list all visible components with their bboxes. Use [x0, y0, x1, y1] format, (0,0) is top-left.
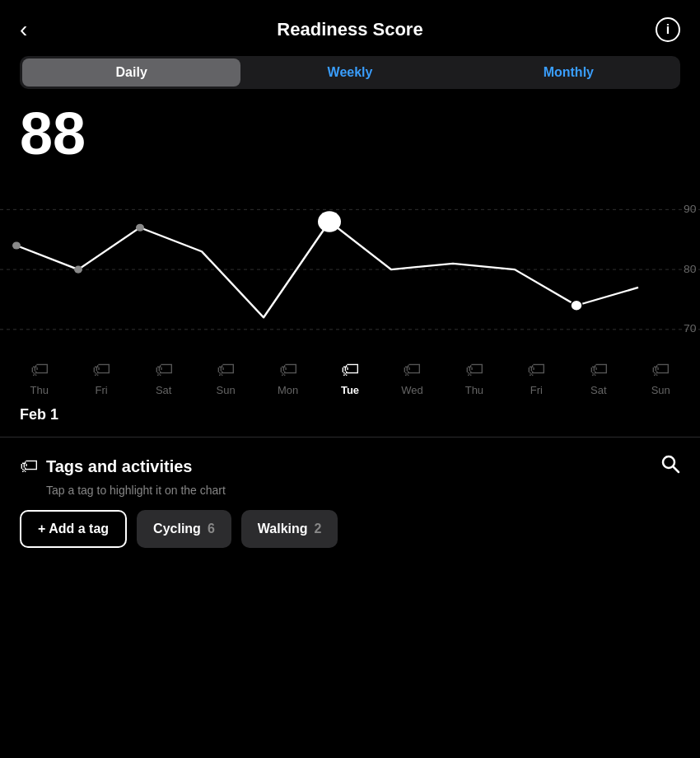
day-item-tue[interactable]: 🏷 Tue: [319, 359, 380, 396]
activity-walking[interactable]: Walking 2: [241, 510, 338, 548]
header: ‹ Readiness Score i: [0, 0, 700, 56]
back-button[interactable]: ‹: [20, 16, 53, 43]
tags-icon: 🏷: [20, 456, 38, 477]
svg-line-7: [674, 467, 679, 472]
chart-point-sat2: [571, 300, 582, 311]
day-label-fri1: Fri: [96, 384, 108, 396]
day-label-tue: Tue: [341, 384, 359, 396]
activity-walking-label: Walking: [258, 522, 308, 536]
day-label-thu1: Thu: [30, 384, 49, 396]
tab-weekly[interactable]: Weekly: [240, 58, 459, 87]
activity-cycling-label: Cycling: [153, 522, 201, 536]
day-label-sat2: Sat: [590, 384, 607, 396]
page-title: Readiness Score: [53, 19, 647, 40]
tag-icon-fri1: 🏷: [92, 359, 110, 381]
day-label-wed: Wed: [401, 384, 423, 396]
info-button-container: i: [647, 17, 680, 42]
tags-title-row: 🏷 Tags and activities: [20, 456, 192, 477]
activity-walking-count: 2: [315, 522, 322, 536]
day-labels: 🏷 Thu 🏷 Fri 🏷 Sat 🏷 Sun 🏷 Mon 🏷 Tue 🏷 We…: [0, 353, 700, 396]
svg-point-6: [663, 456, 674, 468]
day-label-sat1: Sat: [156, 384, 172, 396]
tag-icon-thu1: 🏷: [30, 359, 49, 381]
info-button[interactable]: i: [656, 17, 680, 42]
chart-point-thu1: [12, 241, 21, 249]
tags-subtitle: Tap a tag to highlight it on the chart: [20, 484, 680, 497]
tags-buttons: + Add a tag Cycling 6 Walking 2: [20, 510, 680, 548]
svg-text:70: 70: [684, 323, 697, 335]
tags-section: 🏷 Tags and activities Tap a tag to highl…: [0, 437, 700, 564]
day-item-wed: 🏷 Wed: [381, 359, 443, 396]
selected-date: Feb 1: [20, 406, 58, 423]
date-section: Feb 1: [0, 396, 700, 437]
day-item-fri2: 🏷 Fri: [506, 359, 567, 396]
day-label-fri2: Fri: [530, 384, 543, 396]
day-label-sun2: Sun: [651, 384, 670, 396]
tags-header: 🏷 Tags and activities: [20, 454, 680, 479]
day-label-sun1: Sun: [217, 384, 236, 396]
tab-daily[interactable]: Daily: [22, 58, 240, 87]
tag-icon-sat2: 🏷: [590, 359, 608, 381]
tags-title: Tags and activities: [46, 457, 192, 476]
tag-icon-thu2: 🏷: [465, 359, 483, 381]
tag-icon-wed: 🏷: [403, 359, 421, 381]
tag-icon-sun2: 🏷: [651, 359, 670, 381]
day-item-sat2: 🏷 Sat: [567, 359, 629, 396]
tag-icon-mon: 🏷: [279, 359, 297, 381]
tag-icon-sun1: 🏷: [217, 359, 235, 381]
day-item-fri1: 🏷 Fri: [70, 359, 132, 396]
tag-icon-tue: 🏷: [341, 359, 359, 381]
activity-cycling-count: 6: [208, 522, 215, 536]
search-button[interactable]: [660, 454, 680, 479]
readiness-score: 88: [20, 104, 680, 163]
chart-point-sat1: [136, 224, 144, 232]
svg-text:80: 80: [684, 263, 697, 274]
chart-container: 90 80 70: [0, 171, 700, 353]
tag-icon-fri2: 🏷: [527, 359, 545, 381]
svg-text:90: 90: [684, 204, 697, 215]
chart-point-tue: [318, 211, 341, 232]
day-item-mon: 🏷 Mon: [257, 359, 319, 396]
day-item-sun1: 🏷 Sun: [194, 359, 256, 396]
chart-svg: 90 80 70: [0, 180, 700, 344]
tab-monthly[interactable]: Monthly: [460, 58, 678, 87]
day-item-sat1: 🏷 Sat: [133, 359, 194, 396]
day-label-thu2: Thu: [465, 384, 483, 396]
tag-icon-sat1: 🏷: [155, 359, 173, 381]
score-section: 88: [0, 89, 700, 163]
activity-cycling[interactable]: Cycling 6: [137, 510, 231, 548]
day-label-mon: Mon: [278, 384, 298, 396]
add-tag-button[interactable]: + Add a tag: [20, 510, 127, 548]
day-item-thu1: 🏷 Thu: [8, 359, 70, 396]
day-item-thu2: 🏷 Thu: [443, 359, 505, 396]
chart-point-fri1: [74, 266, 82, 274]
tab-bar: Daily Weekly Monthly: [20, 56, 680, 89]
day-item-sun2: 🏷 Sun: [630, 359, 692, 396]
